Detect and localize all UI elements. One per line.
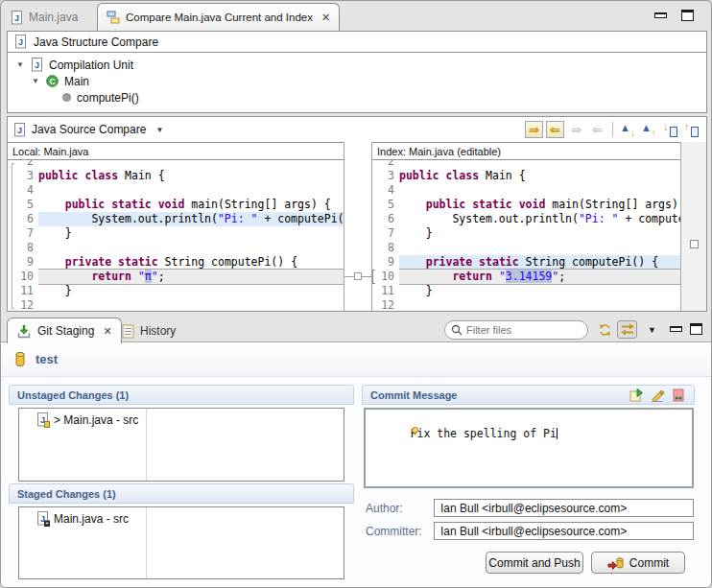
maximize-icon[interactable] <box>681 10 694 21</box>
right-code-editor[interactable]: 23public class Main {45 public static vo… <box>372 160 680 311</box>
minimize-icon[interactable] <box>670 326 682 332</box>
code-line-7: 7 } <box>376 226 680 241</box>
expander-icon[interactable]: ▼ <box>16 60 25 69</box>
staged-changes-list[interactable]: J*Main.java - src <box>18 506 344 579</box>
tab-label: History <box>140 324 176 338</box>
tree-item-compilation-unit[interactable]: ▼ J Compilation Unit <box>8 57 706 73</box>
code-line-8: 8 <box>15 241 344 255</box>
code-line-8: 8 <box>376 241 680 255</box>
commit-message-text: Fix the spelling of Pi <box>411 427 557 440</box>
line-number: 10 <box>376 270 399 284</box>
file-list-item[interactable]: J*Main.java - src <box>19 511 344 527</box>
add-signed-off-by-icon[interactable] <box>650 388 665 403</box>
left-pane-title: Local: Main.java <box>8 142 344 160</box>
code-line-12: 12 <box>15 298 344 311</box>
next-change-icon[interactable]: ↓ <box>661 121 679 138</box>
line-number: 8 <box>15 241 38 255</box>
code-line-9: 9 private static String computePi() { <box>376 255 680 270</box>
maximize-icon[interactable] <box>690 323 702 335</box>
compute-change-id-icon[interactable] <box>671 388 686 403</box>
code-line-10: 10 return "3.14159"; <box>376 270 680 284</box>
previous-difference-icon[interactable]: ▲↑ <box>640 121 658 138</box>
close-icon[interactable]: ✕ <box>321 12 330 24</box>
commit-and-push-button[interactable]: Commit and Push <box>486 552 583 574</box>
overview-ruler[interactable] <box>680 142 706 311</box>
line-number: 2 <box>15 160 38 169</box>
link-with-selection-icon[interactable] <box>617 320 637 339</box>
tree-item-computepi[interactable]: computePi() <box>8 89 706 106</box>
compare-editor-icon <box>107 11 120 24</box>
author-label: Author: <box>366 502 403 515</box>
code-line-7: 7 } <box>15 226 344 241</box>
left-code-editor[interactable]: 23public class Main {45 public static vo… <box>8 160 344 311</box>
code-line-3: 3public class Main { <box>15 169 344 183</box>
repository-header: test <box>1 342 711 377</box>
content-assist-icon <box>359 412 366 420</box>
view-tab-row: Git Staging ✕ History ▼ <box>1 318 711 342</box>
text-caret <box>557 428 558 439</box>
view-menu-icon[interactable]: ▼ <box>648 325 656 335</box>
code-line-11: 11 } <box>15 284 344 298</box>
diff-overview-marker[interactable] <box>690 240 699 248</box>
tab-main-java[interactable]: J Main.java <box>11 7 78 28</box>
tab-git-staging[interactable]: Git Staging ✕ <box>7 318 122 343</box>
code-line-4: 4 <box>15 183 344 198</box>
minimize-icon[interactable] <box>654 12 667 18</box>
method-icon <box>62 93 71 102</box>
copy-current-change-left-icon: ⇐ <box>588 121 606 138</box>
amend-previous-commit-icon[interactable] <box>629 388 644 403</box>
line-number: 9 <box>15 255 38 270</box>
tab-history[interactable]: History <box>122 320 176 341</box>
right-pane-title: Index: Main.java (editable) <box>372 142 680 160</box>
commit-message-input[interactable]: Fix the spelling of Pi <box>364 408 694 488</box>
code-line-4: 4 <box>376 183 680 198</box>
previous-change-icon[interactable]: ↑ <box>682 121 700 138</box>
java-file-icon: J <box>31 58 43 72</box>
copy-all-from-right-to-left-icon[interactable]: ⇐ <box>546 121 564 138</box>
java-source-compare-panel: J Java Source Compare ▼ ⇒⇐⇒⇐▲↓▲↑↓↑ Local… <box>7 116 707 312</box>
file-label: Main.java - src <box>54 512 129 526</box>
diff-connector-handle[interactable] <box>354 272 362 280</box>
class-icon: C <box>46 75 59 87</box>
java-structure-compare-panel: J Java Structure Compare ▼ J Compilation… <box>7 31 707 113</box>
chevron-down-icon[interactable]: ▼ <box>155 126 163 134</box>
line-number: 12 <box>376 298 399 311</box>
compare-center-sash[interactable] <box>344 142 372 311</box>
repository-name: test <box>36 352 58 366</box>
filter-files-input[interactable] <box>466 324 603 336</box>
line-number: 7 <box>15 226 38 241</box>
code-line-2: 2 <box>15 160 344 169</box>
author-field[interactable] <box>434 499 694 517</box>
committer-field[interactable] <box>434 522 694 540</box>
compare-nav-toolbar: ⇒⇐⇒⇐▲↓▲↑↓↑ <box>525 121 700 138</box>
change-range-bracket <box>12 163 14 309</box>
unstaged-changes-list[interactable]: J> Main.java - src <box>18 408 344 482</box>
copy-all-from-left-to-right-icon[interactable]: ⇒ <box>525 121 543 138</box>
line-number: 4 <box>15 183 38 198</box>
git-staging-icon <box>16 324 32 339</box>
line-number: 4 <box>376 183 399 198</box>
refresh-icon[interactable] <box>597 322 613 338</box>
svg-text:J: J <box>35 60 39 70</box>
tab-compare-main-java[interactable]: Compare Main.java Current and Index ✕ <box>97 3 340 31</box>
structure-compare-header: J Java Structure Compare <box>8 32 706 53</box>
line-number: 9 <box>376 255 399 270</box>
line-number: 3 <box>15 169 38 183</box>
filter-files-box <box>444 320 588 340</box>
line-number: 3 <box>376 169 399 183</box>
file-list-item[interactable]: J> Main.java - src <box>19 412 344 428</box>
commit-button[interactable]: Commit <box>591 552 685 574</box>
next-difference-icon[interactable]: ▲↓ <box>619 121 637 138</box>
code-line-5: 5 public static void main(String[] args)… <box>376 198 680 212</box>
git-staging-view: test Unstaged Changes (1) J> Main.java -… <box>1 342 711 587</box>
tree-item-label: computePi() <box>77 91 139 105</box>
close-icon[interactable]: ✕ <box>103 325 111 338</box>
expander-icon[interactable]: ▼ <box>32 77 40 85</box>
line-number: 2 <box>376 160 399 169</box>
history-icon <box>122 324 134 339</box>
tree-item-main[interactable]: ▼ C Main <box>8 73 706 89</box>
line-number: 11 <box>376 284 399 298</box>
code-line-6: 6 System.out.println("Pi: " + computePi(… <box>376 212 680 226</box>
svg-text:J: J <box>14 12 19 22</box>
tree-item-label: Compilation Unit <box>49 59 133 72</box>
